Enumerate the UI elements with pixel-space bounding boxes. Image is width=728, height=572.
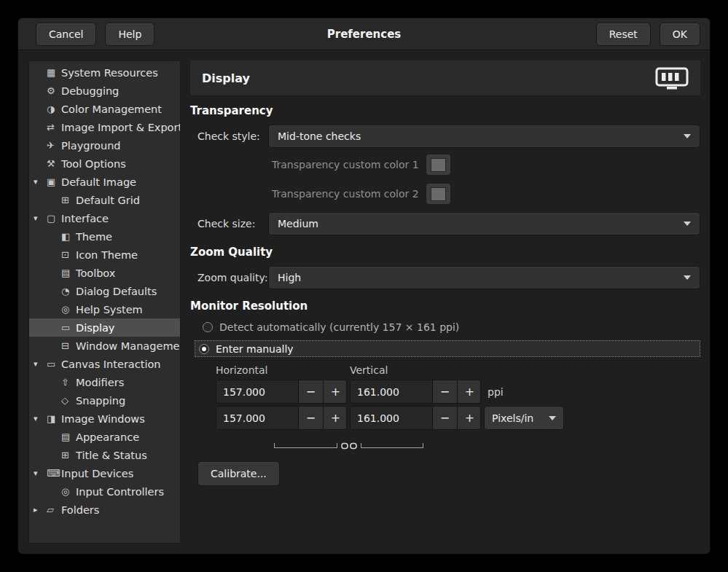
sidebar-item-label: Default Image	[61, 176, 136, 188]
chain-line-right	[361, 443, 423, 448]
sidebar-item-folders[interactable]: ▸▱Folders	[29, 501, 180, 519]
enter-manually-radio[interactable]: Enter manually	[195, 340, 700, 357]
titlebar-right-actions: Reset OK	[596, 23, 700, 46]
sidebar-item-appearance[interactable]: ▤Appearance	[29, 428, 180, 446]
debugging-icon: ⚙	[47, 85, 61, 96]
chevron-down-icon	[684, 275, 691, 280]
minus-button[interactable]: −	[298, 407, 323, 429]
sidebar-item-label: Input Devices	[61, 468, 133, 479]
help-button[interactable]: Help	[105, 23, 154, 46]
sidebar-item-toolbox[interactable]: ▤Toolbox	[29, 264, 180, 282]
sidebar-item-snapping[interactable]: ◇Snapping	[29, 391, 180, 410]
radio-icon-checked	[199, 344, 209, 354]
plus-button[interactable]: +	[323, 407, 347, 429]
sidebar-item-modifiers[interactable]: ⇧Modifiers	[29, 373, 180, 391]
sidebar-item-theme[interactable]: ◧Theme	[29, 227, 180, 246]
input-devices-icon: ⌨	[47, 468, 61, 479]
vertical-ppi-spinner: − +	[350, 380, 481, 404]
horizontal-ppi-spinner: − +	[216, 380, 347, 404]
expander-expanded-icon[interactable]: ▾	[34, 469, 47, 478]
sidebar-item-label: Image Windows	[61, 413, 145, 425]
sidebar-item-help-system[interactable]: ◎Help System	[29, 300, 180, 318]
sidebar-item-image-windows[interactable]: ▾◨Image Windows	[29, 410, 180, 428]
sidebar-item-input-controllers[interactable]: ◎Input Controllers	[29, 482, 180, 501]
horizontal-label: Horizontal	[216, 364, 350, 376]
check-size-dropdown[interactable]: Medium	[268, 212, 700, 235]
vertical-resolution-input[interactable]	[351, 407, 432, 429]
resolution-ppi-row: − + − + ppi	[216, 380, 700, 404]
sidebar-item-debugging[interactable]: ⚙Debugging	[29, 82, 180, 100]
ppi-unit-label: ppi	[488, 386, 504, 398]
expander-expanded-icon[interactable]: ▾	[34, 359, 47, 369]
sidebar-item-display[interactable]: ▭Display	[29, 318, 180, 337]
theme-icon: ◧	[61, 231, 76, 242]
sidebar-item-default-grid[interactable]: ⊞Default Grid	[29, 191, 180, 209]
sidebar-item-tool-options[interactable]: ⚒Tool Options	[29, 154, 180, 173]
tool-options-icon: ⚒	[47, 158, 61, 169]
window-management-icon: ⊟	[61, 340, 76, 351]
sidebar-item-label: Window Management	[76, 340, 181, 352]
image-windows-icon: ◨	[47, 413, 61, 424]
sidebar-item-playground[interactable]: ✈Playground	[29, 136, 180, 154]
preferences-category-tree: ▦System Resources⚙Debugging◑Color Manage…	[28, 60, 181, 544]
sidebar-item-label: Display	[76, 322, 114, 334]
expander-expanded-icon[interactable]: ▾	[34, 213, 47, 223]
horizontal-resolution-input[interactable]	[216, 407, 298, 429]
plus-button[interactable]: +	[457, 380, 481, 403]
detect-automatically-radio[interactable]: Detect automatically (currently 157 × 16…	[203, 320, 700, 334]
ok-button[interactable]: OK	[659, 23, 700, 46]
default-grid-icon: ⊞	[61, 195, 76, 205]
plus-button[interactable]: +	[323, 380, 347, 403]
reset-button[interactable]: Reset	[596, 23, 651, 46]
sidebar-item-window-management[interactable]: ⊟Window Management	[29, 337, 180, 355]
resolution-unit-dropdown[interactable]: Pixels/in	[484, 406, 564, 430]
sidebar-item-dialog-defaults[interactable]: ◔Dialog Defaults	[29, 282, 180, 300]
zoom-quality-label: Zoom quality:	[197, 272, 268, 283]
sidebar-item-label: Appearance	[76, 431, 139, 443]
sidebar-item-label: Input Controllers	[76, 486, 164, 498]
window-content: ▦System Resources⚙Debugging◑Color Manage…	[18, 50, 710, 554]
sidebar-item-default-image[interactable]: ▾▣Default Image	[29, 173, 180, 191]
horizontal-resolution-spinner: − +	[216, 406, 347, 430]
sidebar-item-system-resources[interactable]: ▦System Resources	[29, 63, 180, 82]
sidebar-item-title-status[interactable]: ⊞Title & Status	[29, 446, 180, 464]
horizontal-ppi-input[interactable]	[216, 380, 298, 403]
manual-resolution-block: Horizontal Vertical − + − + ppi	[216, 364, 700, 448]
expander-expanded-icon[interactable]: ▾	[34, 414, 47, 423]
modifiers-icon: ⇧	[61, 377, 76, 388]
input-controllers-icon: ◎	[61, 486, 76, 497]
minus-button[interactable]: −	[298, 380, 323, 403]
chain-broken-icon[interactable]	[337, 441, 361, 451]
plus-button[interactable]: +	[457, 407, 481, 429]
monitor-resolution-section-title: Monitor Resolution	[190, 299, 700, 313]
check-style-dropdown[interactable]: Mid-tone checks	[268, 125, 700, 148]
vertical-label: Vertical	[350, 364, 388, 376]
custom-color-2-label: Transparency custom color 2	[272, 188, 419, 200]
check-size-value: Medium	[278, 218, 318, 230]
custom-color-2-row: Transparency custom color 2	[272, 183, 700, 205]
sidebar-item-icon-theme[interactable]: ⊡Icon Theme	[29, 246, 180, 264]
preferences-window: Preferences Cancel Help Reset OK ▦System…	[17, 17, 711, 555]
minus-button[interactable]: −	[432, 407, 457, 429]
monitor-icon	[655, 67, 689, 90]
expander-expanded-icon[interactable]: ▾	[34, 177, 47, 187]
sidebar-item-canvas-interaction[interactable]: ▾▭Canvas Interaction	[29, 355, 180, 373]
check-style-row: Check style: Mid-tone checks	[197, 125, 700, 148]
minus-button[interactable]: −	[432, 380, 457, 403]
cancel-button[interactable]: Cancel	[36, 23, 96, 46]
custom-color-2-swatch-button[interactable]	[426, 183, 451, 205]
zoom-quality-dropdown[interactable]: High	[268, 266, 700, 289]
expander-collapsed-icon[interactable]: ▸	[34, 505, 47, 514]
custom-color-1-swatch-button[interactable]	[426, 154, 451, 176]
calibrate-button[interactable]: Calibrate...	[197, 461, 280, 486]
snapping-icon: ◇	[61, 395, 76, 406]
chevron-down-icon	[684, 134, 691, 138]
sidebar-item-color-management[interactable]: ◑Color Management	[29, 100, 180, 118]
sidebar-item-input-devices[interactable]: ▾⌨Input Devices	[29, 464, 180, 482]
sidebar-item-label: Tool Options	[61, 158, 126, 170]
chevron-down-icon	[684, 222, 691, 226]
vertical-ppi-input[interactable]	[351, 380, 432, 403]
sidebar-item-image-import-export[interactable]: ⇄Image Import & Export	[29, 118, 180, 136]
sidebar-item-interface[interactable]: ▾▢Interface	[29, 209, 180, 227]
panel-header: Display	[190, 60, 700, 95]
